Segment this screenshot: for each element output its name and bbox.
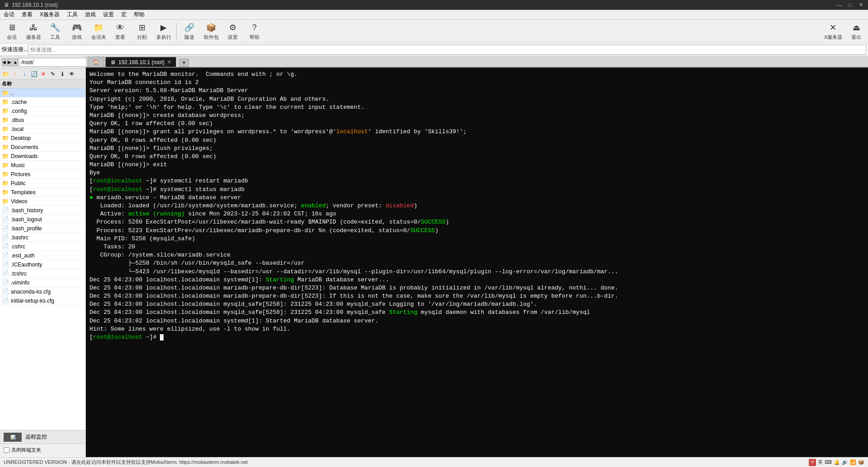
file-row[interactable]: 📄.ICEauthority [0, 260, 85, 269]
file-name: Desktop [11, 135, 31, 141]
file-row[interactable]: 📄.esd_auth [0, 251, 85, 260]
new-tab-button[interactable]: + [179, 59, 189, 67]
file-list-header: 名称 [0, 79, 85, 89]
toolbar-label-分割: 分割 [137, 34, 147, 41]
toolbar-btn-工具[interactable]: 🔧工具 [45, 21, 65, 42]
file-row[interactable]: 📁Desktop [0, 134, 85, 143]
file-row[interactable]: 📁.local [0, 125, 85, 134]
menu-item-游戏[interactable]: 游戏 [81, 10, 99, 19]
file-icon: 📄 [2, 288, 9, 295]
file-toolbar: 📁 ↑ ↓ 🔄 ✕ ✎ ℹ 👁 [0, 69, 85, 79]
toolbar-btn-服务器[interactable]: 🖧服务器 [23, 21, 43, 42]
terminal-prompt-line[interactable]: [root@localhost ~]# [89, 333, 864, 341]
toolbar-right-btn-退出[interactable]: ⏏退出 [846, 21, 866, 42]
toolbar-btn-查看[interactable]: 👁查看 [110, 21, 130, 42]
file-delete-btn[interactable]: ✕ [39, 70, 48, 79]
toolbar-right-btn-X服务器[interactable]: ✕X服务器 [822, 21, 845, 42]
file-row[interactable]: 📁Videos [0, 197, 85, 206]
toolbar-btn-会话夹[interactable]: 📁会话夹 [89, 21, 108, 42]
file-row[interactable]: 📄.bash_profile [0, 224, 85, 233]
file-row[interactable]: 📄.cshrc [0, 242, 85, 251]
file-hidden-btn[interactable]: 👁 [67, 70, 76, 79]
menu-item-X服务器[interactable]: X服务器 [36, 10, 63, 19]
toolbar-btn-帮助[interactable]: ?帮助 [244, 21, 264, 42]
file-row[interactable]: 📁.config [0, 107, 85, 116]
file-row[interactable]: 📁.cache [0, 98, 85, 107]
file-name: .viminfo [11, 280, 29, 286]
tab-session1-label: 192.168.10.1 (root) [118, 59, 164, 65]
terminal-line: Your MariaDB connection id is 2 [89, 79, 864, 87]
menu-item-宏[interactable]: 宏 [117, 10, 130, 19]
back-button[interactable]: ◀ [2, 58, 6, 66]
tab-home-icon: 🏠 [93, 59, 99, 65]
close-button[interactable]: ✕ [857, 1, 864, 9]
quick-connect-label: 快速连接... [2, 46, 28, 53]
file-name: .ICEauthority [11, 262, 42, 268]
terminal-line: ● mariadb.service - MariaDB database ser… [89, 194, 864, 202]
file-props-btn[interactable]: ℹ [58, 70, 67, 79]
right-content: 🏠 🖥 192.168.10.1 (root) ✕ + Welcome to t… [86, 56, 868, 457]
file-row[interactable]: 📁Documents [0, 143, 85, 152]
menu-item-帮助[interactable]: 帮助 [130, 10, 148, 19]
toolbar: 🖥会话🖧服务器🔧工具🎮游戏📁会话夹👁查看⊞分割▶多执行🔗隧道📦软件包⚙设置?帮助… [0, 20, 868, 43]
file-row[interactable]: 📁Public [0, 179, 85, 188]
toolbar-btn-游戏[interactable]: 🎮游戏 [67, 21, 87, 42]
terminal-checkbox[interactable] [4, 447, 9, 453]
file-icon: 📄 [2, 243, 9, 250]
file-rename-btn[interactable]: ✎ [48, 70, 57, 79]
up-button[interactable]: ▲ [13, 58, 18, 66]
file-row[interactable]: 📄.viminfo [0, 278, 85, 287]
toolbar-btn-多执行[interactable]: ▶多执行 [154, 21, 174, 42]
terminal[interactable]: Welcome to the MariaDB monitor. Commands… [86, 68, 868, 457]
toolbar-label-工具: 工具 [50, 34, 60, 41]
path-input[interactable] [19, 58, 91, 67]
menu-item-查看[interactable]: 查看 [18, 10, 36, 19]
toolbar-btn-会话[interactable]: 🖥会话 [2, 21, 22, 42]
file-icon: 📄 [2, 216, 9, 223]
file-row[interactable]: 📁.. [0, 89, 85, 98]
file-upload-btn[interactable]: ↑ [10, 70, 19, 79]
file-row[interactable]: 📁Downloads [0, 152, 85, 161]
file-refresh-btn[interactable]: 🔄 [29, 70, 38, 79]
file-name: .bash_profile [11, 225, 42, 232]
file-icon: 📄 [2, 279, 9, 286]
forward-button[interactable]: ▶ [7, 58, 12, 66]
monitor-icon: 📊 [4, 433, 22, 442]
terminal-line: MariaDB [(none)]> create database wordpr… [89, 112, 864, 120]
file-name: .local [11, 126, 23, 132]
minimize-button[interactable]: — [835, 1, 843, 9]
file-row[interactable]: 📄.bash_history [0, 206, 85, 215]
file-row[interactable]: 📁.dbus [0, 116, 85, 125]
toolbar-btn-隧道[interactable]: 🔗隧道 [179, 21, 199, 42]
menu-item-设置[interactable]: 设置 [99, 10, 117, 19]
remote-monitor[interactable]: 📊 远程监控 [0, 430, 85, 444]
file-name: .esd_auth [11, 252, 35, 259]
toolbar-btn-设置[interactable]: ⚙设置 [223, 21, 243, 42]
tab-home[interactable]: 🏠 [88, 57, 104, 67]
file-download-btn[interactable]: ↓ [20, 70, 29, 79]
menu-item-会话[interactable]: 会话 [0, 10, 18, 19]
toolbar-icon-多执行: ▶ [158, 23, 169, 33]
terminal-line: [root@localhost ~]# systemctl status mar… [89, 186, 864, 194]
maximize-button[interactable]: □ [846, 1, 854, 9]
tab-session1[interactable]: 🖥 192.168.10.1 (root) ✕ [105, 57, 176, 67]
file-new-folder-btn[interactable]: 📁 [1, 70, 10, 79]
tab-session1-close[interactable]: ✕ [167, 59, 171, 65]
quick-connect-input[interactable] [28, 45, 866, 55]
file-row[interactable]: 📁Pictures [0, 170, 85, 179]
file-icon: 📁 [2, 180, 9, 187]
file-row[interactable]: 📄.tcshrc [0, 269, 85, 278]
menu-item-工具[interactable]: 工具 [63, 10, 81, 19]
toolbar-btn-分割[interactable]: ⊞分割 [132, 21, 152, 42]
file-row[interactable]: 📄.bashrc [0, 233, 85, 242]
file-name: .dbus [11, 117, 24, 123]
file-row[interactable]: 📄.bash_logout [0, 215, 85, 224]
terminal-line: CGroup: /system.slice/mariadb.service [89, 251, 864, 259]
file-row[interactable]: 📁Templates [0, 188, 85, 197]
file-row[interactable]: 📄initial-setup-ks.cfg [0, 296, 85, 305]
file-list[interactable]: 📁..📁.cache📁.config📁.dbus📁.local📁Desktop📁… [0, 89, 85, 430]
file-row[interactable]: 📁Music [0, 161, 85, 170]
file-row[interactable]: 📄anaconda-ks.cfg [0, 287, 85, 296]
toolbar-btn-软件包[interactable]: 📦软件包 [201, 21, 221, 42]
toolbar-icon-会话夹: 📁 [93, 23, 104, 33]
